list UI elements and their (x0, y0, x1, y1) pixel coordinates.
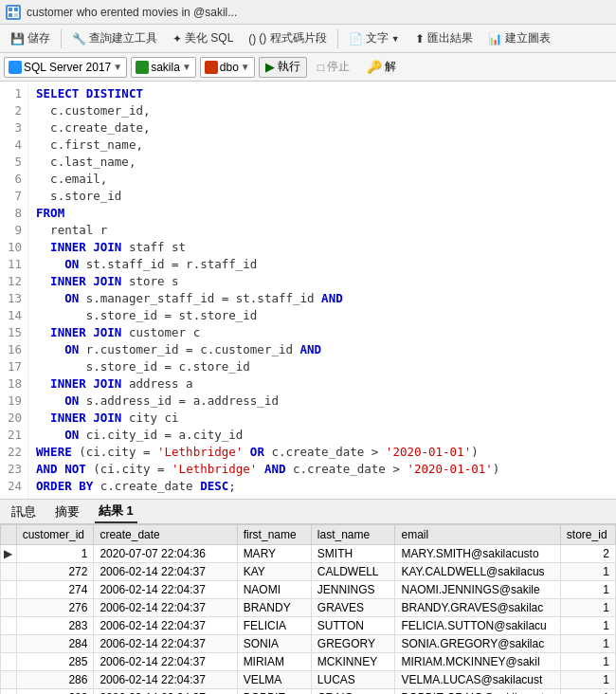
cell-store_id: 1 (560, 635, 615, 653)
cell-create_date: 2006-02-14 22:04:37 (94, 635, 237, 653)
cell-last_name: LUCAS (311, 671, 395, 689)
row-indicator: ▶ (1, 545, 17, 563)
cell-first_name: MIRIAM (237, 653, 311, 671)
db-dropdown-arrow: ▼ (182, 62, 191, 72)
cell-create_date: 2020-07-07 22:04:36 (94, 545, 237, 563)
col-header-first_name: first_name (237, 525, 311, 545)
table-row[interactable]: 2722006-02-14 22:04:37KAYCALDWELLKAY.CAL… (1, 563, 616, 581)
window-title: customer who erented movies in @sakil... (27, 6, 237, 19)
svg-rect-4 (14, 13, 18, 17)
cell-first_name: SONIA (237, 635, 311, 653)
table-row[interactable]: 2842006-02-14 22:04:37SONIAGREGORYSONIA.… (1, 635, 616, 653)
line-numbers: 123456789101112131415161718192021222324 (0, 82, 28, 499)
col-header-store_id: store_id (560, 525, 615, 545)
title-bar: customer who erented movies in @sakil... (0, 0, 616, 25)
row-indicator (1, 635, 17, 653)
col-header-customer_id: customer_id (16, 525, 94, 545)
export-button[interactable]: ⬆ 匯出結果 (408, 27, 480, 50)
server-icon (9, 61, 22, 74)
cell-store_id: 1 (560, 617, 615, 635)
results-grid[interactable]: customer_idcreate_datefirst_namelast_nam… (0, 524, 616, 694)
cell-first_name: BOBBIE (237, 689, 311, 695)
cell-create_date: 2006-02-14 22:04:37 (94, 671, 237, 689)
cell-last_name: JENNINGS (311, 581, 395, 599)
cell-email: FELICIA.SUTTON@sakilacu (395, 617, 560, 635)
svg-rect-2 (14, 8, 18, 11)
cell-customer_id: 274 (16, 581, 94, 599)
cell-customer_id: 1 (16, 545, 94, 563)
data-table: customer_idcreate_datefirst_namelast_nam… (0, 524, 616, 694)
row-indicator (1, 689, 17, 695)
cell-last_name: GREGORY (311, 635, 395, 653)
cell-first_name: MARY (237, 545, 311, 563)
schema-icon (205, 61, 218, 74)
row-indicator (1, 671, 17, 689)
cell-store_id: 1 (560, 653, 615, 671)
cell-store_id: 1 (560, 563, 615, 581)
schema-selector[interactable]: dbo ▼ (200, 57, 255, 78)
cell-email: MARY.SMITH@sakilacusto (395, 545, 560, 563)
cell-customer_id: 288 (16, 689, 94, 695)
col-header-email: email (395, 525, 560, 545)
toolbar-separator-2 (337, 29, 338, 48)
col-header-indicator (1, 525, 17, 545)
cell-first_name: FELICIA (237, 617, 311, 635)
cell-email: VELMA.LUCAS@sakilacust (395, 671, 560, 689)
cell-email: MIRIAM.MCKINNEY@sakil (395, 653, 560, 671)
col-header-create_date: create_date (94, 525, 237, 545)
server-selector[interactable]: SQL Server 2017 ▼ (4, 57, 127, 78)
cell-customer_id: 286 (16, 671, 94, 689)
cell-last_name: CRAIG (311, 689, 395, 695)
sql-editor[interactable]: 123456789101112131415161718192021222324 … (0, 82, 616, 500)
cell-create_date: 2006-02-14 22:04:37 (94, 653, 237, 671)
table-row[interactable]: 2882006-02-14 22:04:37BOBBIECRAIGBOBBIE.… (1, 689, 616, 695)
query-builder-icon: 🔧 (72, 32, 86, 46)
table-row[interactable]: 2762006-02-14 22:04:37BRANDYGRAVESBRANDY… (1, 599, 616, 617)
table-row[interactable]: 2862006-02-14 22:04:37VELMALUCASVELMA.LU… (1, 671, 616, 689)
row-indicator (1, 617, 17, 635)
cell-customer_id: 285 (16, 653, 94, 671)
row-indicator (1, 653, 17, 671)
text-button[interactable]: 📄 文字 ▼ (342, 27, 407, 50)
tab-summary[interactable]: 摘要 (51, 502, 83, 522)
database-bar: SQL Server 2017 ▼ sakila ▼ dbo ▼ ▶ 執行 □ … (0, 53, 616, 82)
cell-store_id: 1 (560, 689, 615, 695)
stop-button[interactable]: □ 停止 (311, 57, 356, 78)
table-row[interactable]: 2852006-02-14 22:04:37MIRIAMMCKINNEYMIRI… (1, 653, 616, 671)
cell-first_name: NAOMI (237, 581, 311, 599)
cell-store_id: 1 (560, 581, 615, 599)
cell-customer_id: 276 (16, 599, 94, 617)
svg-rect-3 (9, 13, 12, 17)
cell-first_name: KAY (237, 563, 311, 581)
svg-rect-1 (9, 8, 12, 11)
execute-button[interactable]: ▶ 執行 (259, 57, 307, 78)
code-snippet-button[interactable]: () () 程式碼片段 (242, 27, 333, 50)
cell-create_date: 2006-02-14 22:04:37 (94, 563, 237, 581)
cell-first_name: BRANDY (237, 599, 311, 617)
cell-email: BOBBIE.CRAIG@sakilacust (395, 689, 560, 695)
cell-last_name: MCKINNEY (311, 653, 395, 671)
cell-store_id: 1 (560, 599, 615, 617)
tab-results[interactable]: 結果 1 (95, 501, 137, 523)
table-row[interactable]: 2832006-02-14 22:04:37FELICIASUTTONFELIC… (1, 617, 616, 635)
table-row[interactable]: 2742006-02-14 22:04:37NAOMIJENNINGSNAOMI… (1, 581, 616, 599)
cell-customer_id: 272 (16, 563, 94, 581)
sql-code[interactable]: SELECT DISTINCT c.customer_id, c.create_… (28, 82, 616, 499)
table-row[interactable]: ▶12020-07-07 22:04:36MARYSMITHMARY.SMITH… (1, 545, 616, 563)
cell-email: NAOMI.JENNINGS@sakile (395, 581, 560, 599)
chart-button[interactable]: 📊 建立圖表 (481, 27, 557, 50)
main-toolbar: 💾 儲存 🔧 查詢建立工具 ✦ 美化 SQL () () 程式碼片段 📄 文字 … (0, 25, 616, 53)
save-button[interactable]: 💾 儲存 (4, 27, 57, 50)
decode-button[interactable]: 🔑 解 (360, 57, 403, 78)
database-selector[interactable]: sakila ▼ (131, 57, 196, 78)
code-icon: () (248, 32, 256, 46)
cell-last_name: SUTTON (311, 617, 395, 635)
query-builder-button[interactable]: 🔧 查詢建立工具 (65, 27, 164, 50)
cell-last_name: GRAVES (311, 599, 395, 617)
export-icon: ⬆ (415, 32, 425, 46)
execute-play-icon: ▶ (265, 60, 275, 74)
tab-messages[interactable]: 訊息 (8, 502, 40, 522)
cell-email: SONIA.GREGORY@sakilac (395, 635, 560, 653)
beautify-sql-button[interactable]: ✦ 美化 SQL (166, 27, 240, 50)
save-icon: 💾 (10, 32, 25, 46)
